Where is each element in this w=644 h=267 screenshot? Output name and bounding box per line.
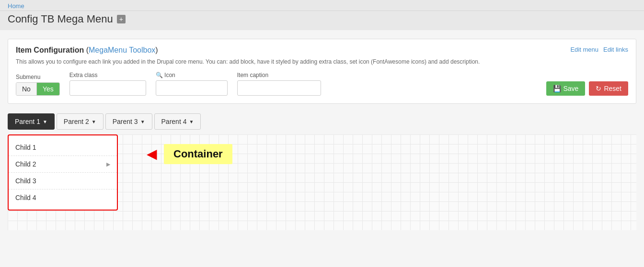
edit-menu-link[interactable]: Edit menu (570, 46, 598, 53)
tab-parent-2[interactable]: Parent 2 ▼ (57, 113, 104, 130)
menu-item-child-3[interactable]: Child 3 (9, 173, 117, 189)
breadcrumb-bar: Home (0, 0, 644, 11)
config-title-area: Item Configuration (MegaMenu Toolbox) (16, 46, 158, 55)
tab-parent-4[interactable]: Parent 4 ▼ (154, 113, 201, 130)
main-content: Item Configuration (MegaMenu Toolbox) Ed… (0, 30, 644, 239)
reset-button[interactable]: ↻ Reset (589, 81, 628, 96)
extra-class-label: Extra class (69, 72, 146, 78)
page-title-bar: Config TB Mega Menu + (0, 11, 644, 30)
extra-class-field-group: Extra class (69, 72, 146, 96)
submenu-yes-button[interactable]: Yes (37, 83, 59, 95)
menu-item-child-4[interactable]: Child 4 (9, 189, 117, 206)
item-caption-field-group: Item caption (237, 72, 321, 96)
config-description: This allows you to configure each link y… (16, 58, 628, 65)
breadcrumb-home-link[interactable]: Home (8, 2, 24, 10)
action-buttons: 💾 Save ↻ Reset (546, 81, 629, 96)
menu-box: Child 1 Child 2 ▶ Child 3 Child 4 (8, 134, 118, 211)
megamenu-toolbox-link[interactable]: MegaMenu Toolbox (89, 46, 155, 54)
submenu-arrow-icon: ▶ (106, 161, 110, 167)
submenu-toggle[interactable]: No Yes (16, 82, 60, 96)
edit-links-link[interactable]: Edit links (603, 46, 628, 53)
icon-input[interactable] (156, 80, 228, 96)
tab-parent-3[interactable]: Parent 3 ▼ (105, 113, 152, 130)
save-icon: 💾 (553, 85, 561, 92)
item-caption-label: Item caption (237, 72, 321, 78)
icon-field-group: 🔍 Icon (156, 72, 228, 96)
container-label: Container (164, 144, 232, 164)
config-panel: Item Configuration (MegaMenu Toolbox) Ed… (8, 39, 636, 104)
menu-container-area: Child 1 Child 2 ▶ Child 3 Child 4 ◀ (8, 134, 636, 211)
tab-caret-1: ▼ (43, 119, 47, 124)
submenu-no-button[interactable]: No (16, 83, 37, 95)
page-title: Config TB Mega Menu (8, 13, 113, 25)
save-button[interactable]: 💾 Save (546, 81, 586, 96)
grid-background: Child 1 Child 2 ▶ Child 3 Child 4 ◀ (8, 134, 636, 230)
item-caption-input[interactable] (237, 80, 321, 96)
menu-section: Parent 1 ▼ Parent 2 ▼ Parent 3 ▼ Parent … (8, 113, 636, 230)
tab-caret-2: ▼ (92, 119, 96, 124)
config-fields: Submenu No Yes Extra class 🔍 Icon It (16, 72, 628, 96)
config-header-links: Edit menu Edit links (570, 46, 628, 53)
submenu-field-group: Submenu No Yes (16, 74, 60, 96)
extra-class-input[interactable] (69, 80, 146, 96)
tab-caret-4: ▼ (189, 119, 194, 124)
config-panel-header: Item Configuration (MegaMenu Toolbox) Ed… (16, 46, 628, 55)
menu-item-child-1[interactable]: Child 1 (9, 139, 117, 156)
container-annotation: ◀ Container (147, 144, 232, 164)
config-title: Item Configuration (MegaMenu Toolbox) (16, 46, 158, 54)
icon-label: 🔍 Icon (156, 72, 228, 78)
parent-tabs: Parent 1 ▼ Parent 2 ▼ Parent 3 ▼ Parent … (8, 113, 636, 130)
reset-icon: ↻ (596, 85, 601, 92)
tab-parent-1[interactable]: Parent 1 ▼ (8, 113, 55, 130)
add-config-icon[interactable]: + (117, 15, 126, 23)
tab-caret-3: ▼ (140, 119, 145, 124)
arrow-left-icon: ◀ (147, 147, 157, 161)
submenu-label: Submenu (16, 74, 60, 80)
menu-item-child-2[interactable]: Child 2 ▶ (9, 156, 117, 173)
